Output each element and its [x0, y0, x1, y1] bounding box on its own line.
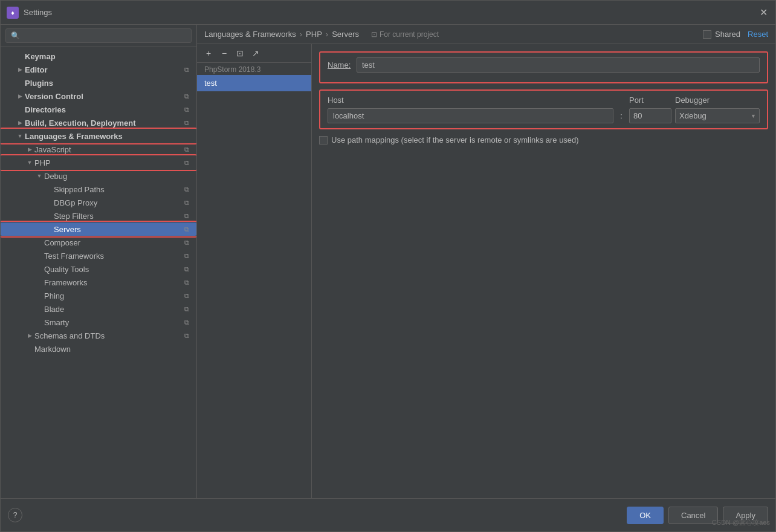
help-button[interactable]: ? — [8, 508, 22, 522]
arrow-icon — [15, 78, 25, 88]
debugger-header-label: Debugger — [675, 96, 760, 105]
server-panel: + − ⊡ ↗ PhpStorm 2018.3 test Na — [197, 44, 775, 498]
move-server-button[interactable]: ↗ — [249, 47, 262, 60]
shared-checkbox-area: Shared — [703, 30, 740, 39]
sidebar-item-blade[interactable]: Blade ⧉ — [1, 302, 196, 316]
server-config: Name: Host Port — [312, 44, 775, 498]
name-label: Name: — [328, 60, 352, 70]
sidebar-item-markdown[interactable]: Markdown — [1, 342, 196, 355]
sidebar-item-php[interactable]: ▼ PHP ⧉ — [1, 156, 196, 169]
port-header-label: Port — [629, 96, 671, 105]
sidebar-item-editor[interactable]: ▶ Editor ⧉ — [1, 63, 196, 76]
sidebar-item-plugins[interactable]: Plugins — [1, 76, 196, 89]
copy-icon: ⧉ — [184, 92, 192, 100]
arrow-icon: ▼ — [34, 171, 44, 181]
arrow-icon: ▶ — [15, 65, 25, 74]
sidebar-item-quality-tools[interactable]: Quality Tools ⧉ — [1, 262, 196, 276]
arrow-icon — [15, 105, 25, 114]
sidebar-item-build[interactable]: ▶ Build, Execution, Deployment ⧉ — [1, 116, 196, 129]
name-section: Name: — [319, 51, 768, 83]
arrow-icon — [34, 238, 44, 247]
sidebar-item-keymap[interactable]: Keymap — [1, 50, 196, 63]
arrow-icon — [34, 317, 44, 327]
bottom-left: ? — [8, 508, 22, 522]
port-input[interactable] — [629, 108, 671, 123]
copy-icon: ⧉ — [184, 146, 192, 154]
watermark-label: CSDN @蓝心攻aes — [712, 518, 770, 527]
sidebar-item-version-control[interactable]: ▶ Version Control ⧉ — [1, 89, 196, 103]
arrow-icon — [15, 51, 25, 61]
title-bar-left: ♦ Settings — [7, 7, 52, 19]
copy-icon: ⧉ — [184, 66, 192, 74]
arrow-icon: ▼ — [25, 158, 34, 167]
copy-icon: ⧉ — [184, 186, 192, 193]
main-content: Keymap ▶ Editor ⧉ Plugins ▶ Version Cont… — [1, 25, 775, 498]
copy-icon: ⧉ — [184, 225, 192, 233]
sidebar-item-composer[interactable]: Composer ⧉ — [1, 236, 196, 249]
search-box — [1, 25, 196, 47]
sidebar-item-javascript[interactable]: ▶ JavaScript ⧉ — [1, 143, 196, 156]
sidebar-item-frameworks[interactable]: Frameworks ⧉ — [1, 276, 196, 289]
sidebar-item-phing[interactable]: Phing ⧉ — [1, 289, 196, 302]
server-list: + − ⊡ ↗ PhpStorm 2018.3 test — [197, 44, 312, 498]
shared-checkbox[interactable] — [703, 30, 711, 39]
close-button[interactable]: ✕ — [757, 7, 769, 19]
cancel-button[interactable]: Cancel — [668, 507, 718, 524]
sidebar-item-lang-frameworks[interactable]: ▼ Languages & Frameworks — [1, 129, 196, 143]
host-section: Host Port Debugger — [319, 89, 768, 129]
copy-icon: ⧉ — [184, 305, 192, 313]
sidebar-item-schemas-dtds[interactable]: ▶ Schemas and DTDs ⧉ — [1, 329, 196, 342]
arrow-icon: ▶ — [15, 118, 25, 128]
sidebar-item-dbgp-proxy[interactable]: DBGp Proxy ⧉ — [1, 196, 196, 209]
sidebar-item-smarty[interactable]: Smarty ⧉ — [1, 316, 196, 329]
sidebar-item-test-frameworks[interactable]: Test Frameworks ⧉ — [1, 249, 196, 262]
copy-icon: ⧉ — [184, 106, 192, 114]
colon-separator: : — [617, 111, 626, 120]
arrow-icon — [25, 344, 34, 354]
arrow-icon — [34, 277, 44, 287]
reset-button[interactable]: Reset — [748, 30, 768, 39]
host-headers: Host Port Debugger — [328, 96, 760, 105]
path-mappings-label: Use path mappings (select if the server … — [331, 135, 579, 144]
server-item-test[interactable]: test — [197, 75, 311, 91]
copy-icon: ⧉ — [184, 212, 192, 220]
sidebar-tree: Keymap ▶ Editor ⧉ Plugins ▶ Version Cont… — [1, 47, 196, 498]
copy-icon: ⧉ — [184, 332, 192, 340]
ok-button[interactable]: OK — [627, 507, 664, 524]
arrow-icon: ▶ — [25, 331, 34, 340]
arrow-icon — [44, 224, 54, 234]
name-input[interactable] — [357, 57, 760, 73]
breadcrumb-php: PHP — [306, 30, 322, 39]
arrow-icon: ▶ — [15, 91, 25, 101]
add-server-button[interactable]: + — [202, 47, 215, 60]
host-header-label: Host — [328, 96, 613, 105]
breadcrumb: Languages & Frameworks › PHP › Servers — [204, 30, 359, 39]
breadcrumb-servers: Servers — [332, 30, 359, 39]
copy-icon: ⧉ — [184, 199, 192, 207]
copy-icon: ⧉ — [184, 292, 192, 300]
arrow-icon: ▶ — [25, 144, 34, 154]
arrow-icon: ▼ — [15, 131, 25, 141]
copy-server-button[interactable]: ⊡ — [233, 47, 247, 60]
copy-icon: ⧉ — [184, 252, 192, 260]
sidebar-item-servers[interactable]: Servers ⧉ — [1, 222, 196, 236]
window-title: Settings — [24, 8, 52, 17]
phpstorm-label: PhpStorm 2018.3 — [197, 63, 311, 75]
sidebar-item-directories[interactable]: Directories ⧉ — [1, 103, 196, 116]
path-mappings-checkbox[interactable] — [319, 136, 328, 144]
name-row: Name: — [328, 57, 760, 73]
host-input[interactable] — [328, 108, 613, 123]
search-input[interactable] — [5, 28, 192, 43]
shared-label: Shared — [715, 30, 740, 39]
arrow-icon — [44, 211, 54, 221]
copy-icon: ⧉ — [184, 279, 192, 287]
remove-server-button[interactable]: − — [218, 47, 231, 60]
sidebar-item-step-filters[interactable]: Step Filters ⧉ — [1, 209, 196, 222]
arrow-icon — [34, 264, 44, 274]
bottom-bar: ? OK Cancel Apply — [1, 498, 775, 531]
sidebar-item-skipped-paths[interactable]: Skipped Paths ⧉ — [1, 183, 196, 196]
copy-icon: ⧉ — [184, 265, 192, 273]
arrow-icon — [34, 291, 44, 300]
sidebar-item-debug[interactable]: ▼ Debug — [1, 169, 196, 183]
debugger-select[interactable]: Xdebug Zend Debugger — [675, 108, 760, 123]
